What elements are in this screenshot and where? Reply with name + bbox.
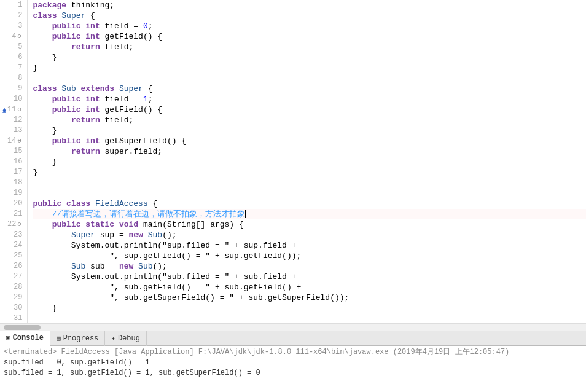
line-num-16: 16 [2,157,25,167]
code-line-18 [33,178,586,188]
line-num-9: 9 [2,84,25,94]
code-line-1: package thinking; [33,0,586,10]
code-line-13: } [33,125,586,136]
console-tab-label: Console [13,334,44,342]
line-num-14: 14⊖ [2,136,25,146]
code-line-7: } [33,63,586,73]
line-num-3: 3 [2,21,25,31]
line-num-29: 29 [2,292,25,303]
code-line-26: Sub sub = new Sub(); [33,261,586,272]
code-line-2: class Super { [33,10,586,21]
line-num-6: 6 [2,52,25,63]
code-line-30: } [33,303,586,313]
console-tab-icon: ▣ [6,334,10,342]
code-line-29: ", sub.getSuperField() = " + sub.getSupe… [33,292,586,303]
code-line-20: public class FieldAccess { [33,198,586,209]
line-num-1: 1 [2,0,25,10]
code-container[interactable]: 1234⊖5678910▲11⊖121314⊖1516171819202122⊖… [0,0,586,323]
line-num-15: 15 [2,146,25,157]
code-line-22: public static void main(String[] args) { [33,219,586,230]
line-numbers: 1234⊖5678910▲11⊖121314⊖1516171819202122⊖… [0,0,28,323]
code-line-9: class Sub extends Super { [33,84,586,94]
code-line-23: Super sup = new Sub(); [33,230,586,240]
code-line-31 [33,313,586,323]
editor-area: 1234⊖5678910▲11⊖121314⊖1516171819202122⊖… [0,0,586,331]
code-line-4: public int getField() { [33,31,586,42]
code-line-25: ", sup.getField() = " + sup.getField()); [33,251,586,261]
tab-console[interactable]: ▣Console [0,331,50,346]
line-num-30: 30 [2,303,25,313]
console-output-line2: sub.filed = 1, sub.getField() = 1, sub.g… [4,368,582,378]
code-line-15: return super.field; [33,146,586,157]
line-num-20: 20 [2,198,25,209]
code-line-6: } [33,52,586,63]
line-num-31: 31 [2,313,25,323]
line-num-24: 24 [2,240,25,251]
line-num-22: 22⊖ [2,219,25,230]
bottom-tabs: ▣Console▤Progress✦Debug [0,331,586,346]
horizontal-scrollbar[interactable] [0,323,586,331]
line-num-7: 7 [2,63,25,73]
code-line-10: public int field = 1; [33,94,586,104]
line-num-28: 28 [2,282,25,292]
code-line-16: } [33,157,586,167]
code-line-27: System.out.println("sub.filed = " + sub.… [33,272,586,282]
code-line-28: ", sub.getField() = " + sub.getField() + [33,282,586,292]
line-num-4: 4⊖ [2,31,25,42]
code-lines[interactable]: package thinking;class Super { public in… [28,0,586,323]
line-num-27: 27 [2,272,25,282]
debug-tab-icon: ✦ [111,334,115,342]
console-content: <terminated> FieldAccess [Java Applicati… [0,346,586,392]
line-num-23: 23 [2,230,25,240]
code-line-21: //请接着写边，请行着在边，请做不拍象，方法才拍象 [33,209,586,219]
line-num-18: 18 [2,178,25,188]
line-num-11: ▲11⊖ [2,104,25,115]
tab-progress[interactable]: ▤Progress [50,331,105,346]
line-num-2: 2 [2,10,25,21]
line-num-17: 17 [2,167,25,178]
line-num-26: 26 [2,261,25,272]
progress-tab-icon: ▤ [57,334,61,342]
line-num-12: 12 [2,115,25,125]
line-num-25: 25 [2,251,25,261]
tab-debug[interactable]: ✦Debug [105,331,147,346]
console-output-line1: sup.filed = 0, sup.getField() = 1 [4,358,582,368]
code-line-14: public int getSuperField() { [33,136,586,146]
code-line-11: public int getField() { [33,104,586,115]
debug-tab-label: Debug [118,334,140,343]
code-line-12: return field; [33,115,586,125]
line-num-5: 5 [2,42,25,52]
code-line-8 [33,73,586,84]
bottom-panel: ▣Console▤Progress✦Debug <terminated> Fie… [0,331,586,392]
code-line-19 [33,188,586,198]
line-num-21: 21 [2,209,25,219]
progress-tab-label: Progress [63,334,99,343]
line-num-8: 8 [2,73,25,84]
code-line-17: } [33,167,586,178]
line-num-19: 19 [2,188,25,198]
code-line-3: public int field = 0; [33,21,586,31]
line-num-10: 10 [2,94,25,104]
scrollbar-thumb[interactable] [4,325,41,330]
code-line-5: return field; [33,42,586,52]
line-num-13: 13 [2,125,25,136]
code-line-24: System.out.println("sup.filed = " + sup.… [33,240,586,251]
console-terminated-line: <terminated> FieldAccess [Java Applicati… [4,347,582,358]
